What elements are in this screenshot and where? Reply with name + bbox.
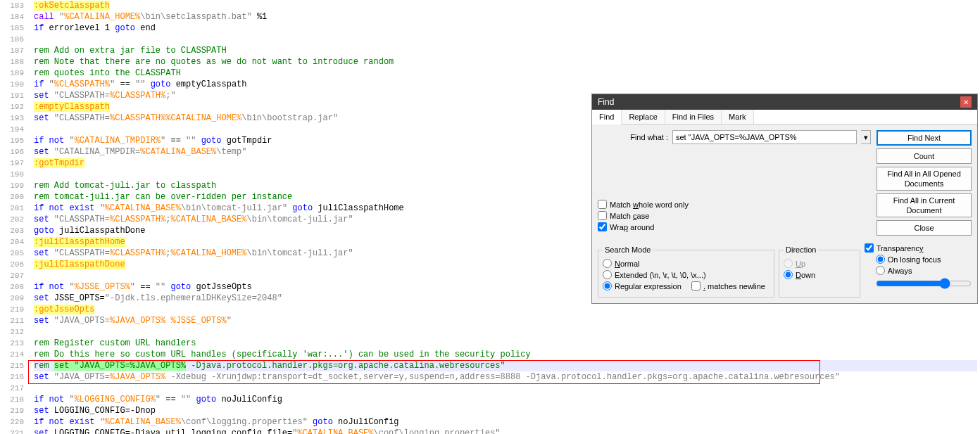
code-line[interactable] (34, 34, 977, 45)
close-button[interactable]: Close (877, 220, 972, 236)
wrap-around-checkbox[interactable]: Wrap around (598, 222, 871, 231)
code-line[interactable]: :gotJsseOpts (34, 304, 977, 315)
count-button[interactable]: Count (877, 148, 972, 164)
line-number: 218 (0, 394, 28, 405)
match-whole-checkbox[interactable]: Match whole word only (598, 200, 871, 209)
always-radio[interactable]: Always (876, 266, 972, 275)
line-number: 187 (0, 45, 28, 56)
match-case-checkbox[interactable]: Match case (598, 211, 871, 220)
find-all-current-button[interactable]: Find All in Current Document (877, 193, 972, 217)
regex-radio[interactable]: Regular expression . matches newline (603, 281, 769, 291)
code-line[interactable] (34, 383, 977, 394)
line-number: 190 (0, 79, 28, 90)
extended-radio[interactable]: Extended (\n, \r, \t, \0, \x...) (603, 270, 769, 279)
line-number: 205 (0, 248, 28, 259)
find-dialog: Find ✕ Find Replace Find in Files Mark F… (591, 94, 978, 304)
direction-legend: Direction (784, 245, 818, 254)
transparency-slider[interactable] (876, 278, 972, 289)
line-number: 186 (0, 34, 28, 45)
code-line[interactable]: rem set "JAVA_OPTS=%JAVA_OPTS% -Djava.pr… (34, 360, 977, 371)
line-number: 214 (0, 349, 28, 360)
line-number: 206 (0, 259, 28, 270)
code-line[interactable]: if "%CLASSPATH%" == "" goto emptyClasspa… (34, 79, 977, 90)
line-number: 197 (0, 158, 28, 169)
line-number: 211 (0, 315, 28, 326)
line-number: 220 (0, 416, 28, 428)
tab-find-in-files[interactable]: Find in Files (665, 110, 722, 124)
code-line[interactable]: set "JAVA_OPTS=%JAVA_OPTS% -Xdebug -Xrun… (34, 371, 977, 383)
line-number: 188 (0, 56, 28, 68)
line-number: 193 (0, 113, 28, 124)
line-number: 217 (0, 383, 28, 394)
line-number: 210 (0, 304, 28, 315)
line-number: 216 (0, 371, 28, 383)
search-mode-group: Search Mode Normal Extended (\n, \r, \t,… (598, 245, 774, 298)
search-mode-legend: Search Mode (603, 245, 653, 254)
code-line[interactable]: if not "%LOGGING_CONFIG%" == "" goto noJ… (34, 394, 977, 405)
find-all-opened-button[interactable]: Find All in All Opened Documents (877, 167, 972, 191)
code-line[interactable]: set LOGGING_CONFIG=-Djava.util.logging.c… (34, 428, 977, 434)
line-number: 203 (0, 225, 28, 236)
line-number: 194 (0, 124, 28, 135)
code-line[interactable]: rem Note that there are no quotes as we … (34, 56, 977, 68)
line-number: 213 (0, 338, 28, 349)
line-number: 209 (0, 293, 28, 304)
find-tabs: Find Replace Find in Files Mark (592, 110, 977, 125)
line-number: 200 (0, 191, 28, 203)
find-titlebar[interactable]: Find ✕ (592, 94, 977, 110)
code-line[interactable]: set "JAVA_OPTS=%JAVA_OPTS% %JSSE_OPTS%" (34, 315, 977, 326)
line-number: 185 (0, 23, 28, 34)
line-number: 198 (0, 169, 28, 180)
code-line[interactable]: :okSetclasspath (34, 0, 977, 11)
code-line[interactable]: set LOGGING_CONFIG=-Dnop (34, 405, 977, 416)
code-line[interactable]: rem Do this here so custom URL handles (… (34, 349, 977, 360)
down-radio[interactable]: Down (784, 270, 855, 279)
line-number: 221 (0, 428, 28, 434)
find-title-text: Find (598, 97, 614, 107)
dot-newline-checkbox[interactable] (691, 281, 701, 291)
code-line[interactable] (34, 326, 977, 338)
tab-mark[interactable]: Mark (722, 110, 753, 124)
code-line[interactable]: if errorlevel 1 goto end (34, 23, 977, 34)
line-number: 212 (0, 326, 28, 338)
line-number: 204 (0, 236, 28, 248)
code-line[interactable]: call "%CATALINA_HOME%\bin\setclasspath.b… (34, 11, 977, 23)
line-number: 195 (0, 135, 28, 146)
code-line[interactable]: if not exist "%CATALINA_BASE%\conf\loggi… (34, 416, 977, 428)
line-number: 189 (0, 68, 28, 79)
tab-find[interactable]: Find (592, 110, 622, 125)
normal-radio[interactable]: Normal (603, 259, 769, 268)
line-number: 202 (0, 214, 28, 225)
line-number: 208 (0, 281, 28, 293)
code-line[interactable]: rem Add on extra jar file to CLASSPATH (34, 45, 977, 56)
code-line[interactable]: rem quotes into the CLASSPATH (34, 68, 977, 79)
tab-replace[interactable]: Replace (622, 110, 665, 124)
chevron-down-icon[interactable]: ▾ (861, 130, 871, 144)
line-number: 219 (0, 405, 28, 416)
transparency-checkbox[interactable]: Transparency (865, 243, 972, 253)
find-what-label: Find what : (598, 133, 668, 141)
line-number: 215 (0, 360, 28, 371)
line-number: 199 (0, 180, 28, 191)
direction-group: Direction Up Down (779, 245, 860, 298)
line-number: 184 (0, 11, 28, 23)
line-number: 207 (0, 270, 28, 281)
line-number: 196 (0, 146, 28, 158)
gutter: 1831841851861871881891901911921931941951… (0, 0, 28, 434)
line-number: 192 (0, 101, 28, 113)
line-number: 191 (0, 90, 28, 101)
find-what-input[interactable] (672, 130, 857, 144)
line-number: 183 (0, 0, 28, 11)
line-number: 201 (0, 203, 28, 214)
on-losing-focus-radio[interactable]: On losing focus (876, 255, 972, 264)
up-radio[interactable]: Up (784, 259, 855, 268)
code-line[interactable]: rem Register custom URL handlers (34, 338, 977, 349)
find-next-button[interactable]: Find Next (877, 130, 972, 146)
close-icon[interactable]: ✕ (960, 96, 972, 108)
